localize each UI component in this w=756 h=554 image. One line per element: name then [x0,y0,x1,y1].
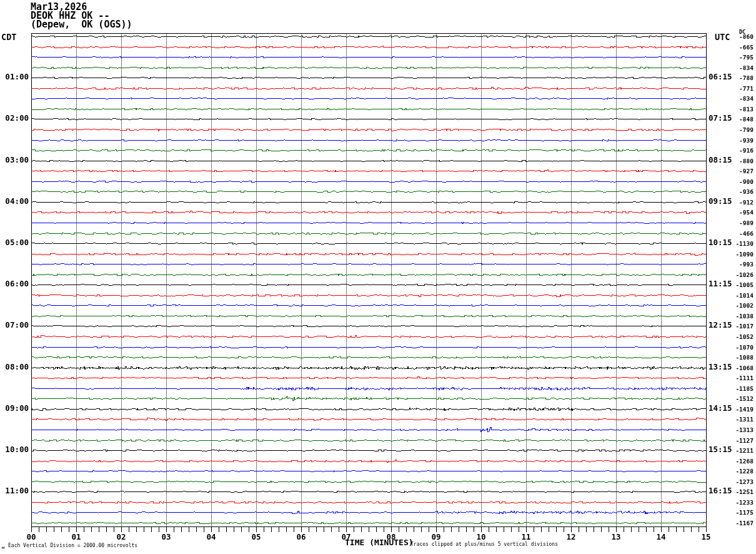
x-tick-label: 01 [67,533,86,541]
dc-offset-value: -1273 [712,478,754,485]
dc-offset-value: -1233 [712,499,754,506]
dc-offset-value: -1185 [712,385,754,392]
cdt-time-label: 06:00 [0,280,29,288]
cdt-time-label: 10:00 [0,445,29,454]
x-tick-label: 15 [697,533,715,541]
axis-labels-layer: 01:0002:0003:0004:0005:0006:0007:0008:00… [0,0,756,554]
dc-offset-value: -795 [712,54,754,61]
dc-offset-value: -1167 [712,520,754,526]
dc-offset-value: -788 [712,74,754,81]
dc-offset-value: -1419 [712,406,754,413]
cdt-time-label: 11:00 [0,486,29,495]
footer-clip-note: Traces clipped at plus/minus 5 vertical … [410,541,558,547]
dc-offset-value: -1005 [712,281,754,288]
dc-offset-value: -860 [712,33,754,40]
x-tick-label: 11 [517,533,535,541]
dc-offset-value: -1130 [712,240,754,247]
x-tick-label: 09 [427,533,445,541]
dc-offset-value: -1017 [712,323,754,330]
dc-offset-value: -936 [712,188,754,195]
dc-offset-value: -813 [712,106,754,113]
dc-offset-value: -1026 [712,271,754,278]
dc-offset-value: -834 [712,95,754,102]
dc-offset-value: -927 [712,168,754,174]
x-tick-label: 10 [472,533,490,541]
x-tick-label: 05 [247,533,266,541]
dc-offset-value: -1311 [712,416,754,423]
dc-offset-value: -880 [712,158,754,164]
dc-offset-value: -1111 [712,375,754,381]
dc-offset-value: -1175 [712,509,754,516]
cdt-time-label: 05:00 [0,238,29,247]
dc-offset-value: -939 [712,137,754,144]
dc-offset-value: -1268 [712,458,754,465]
x-tick-label: 00 [22,533,41,541]
dc-offset-value: -848 [712,116,754,123]
x-tick-label: 06 [292,533,311,541]
cdt-time-label: 07:00 [0,321,29,330]
x-tick-label: 03 [157,533,176,541]
dc-offset-value: -466 [712,230,754,237]
dc-offset-value: -1251 [712,488,754,495]
x-tick-label: 04 [202,533,221,541]
cdt-time-label: 04:00 [0,197,29,206]
dc-offset-value: -989 [712,219,754,226]
dc-offset-value: -993 [712,261,754,268]
dc-offset-value: -1090 [712,251,754,258]
dc-offset-value: -912 [712,199,754,206]
dc-offset-value: -1211 [712,447,754,454]
dc-offset-value: -834 [712,64,754,71]
dc-offset-value: -916 [712,147,754,154]
x-tick-label: 14 [652,533,670,541]
dc-offset-value: -1088 [712,354,754,361]
dc-offset-value: -1014 [712,292,754,299]
dc-offset-value: -1313 [712,426,754,433]
dc-offset-value: -1002 [712,302,754,309]
dc-offset-value: -1038 [712,313,754,320]
footer-watermark: м [2,545,4,550]
cdt-time-label: 09:00 [0,404,29,413]
cdt-time-label: 02:00 [0,114,29,123]
dc-offset-value: -1070 [712,344,754,351]
dc-offset-value: -665 [712,44,754,51]
dc-offset-value: -799 [712,126,754,133]
x-tick-label: 02 [112,533,131,541]
cdt-time-label: 08:00 [0,363,29,371]
cdt-time-label: 03:00 [0,156,29,164]
dc-offset-value: -771 [712,85,754,92]
dc-offset-value: -1228 [712,468,754,475]
x-tick-label: 12 [562,533,580,541]
footer-division-note: Each Vertical Division = 2000.00 microvo… [8,543,137,548]
dc-offset-value: -954 [712,209,754,216]
cdt-time-label: 01:00 [0,73,29,81]
x-axis-title: TIME (MINUTES) [345,538,414,547]
dc-offset-value: -1068 [712,365,754,371]
dc-offset-value: -900 [712,178,754,185]
helicorder-page: Mar13,2026 DEOK HHZ OK -- (Depew, OK (OG… [0,0,756,554]
dc-offset-value: -1052 [712,333,754,340]
x-tick-label: 13 [607,533,625,541]
dc-offset-value: -1512 [712,395,754,402]
dc-offset-value: -1127 [712,437,754,444]
